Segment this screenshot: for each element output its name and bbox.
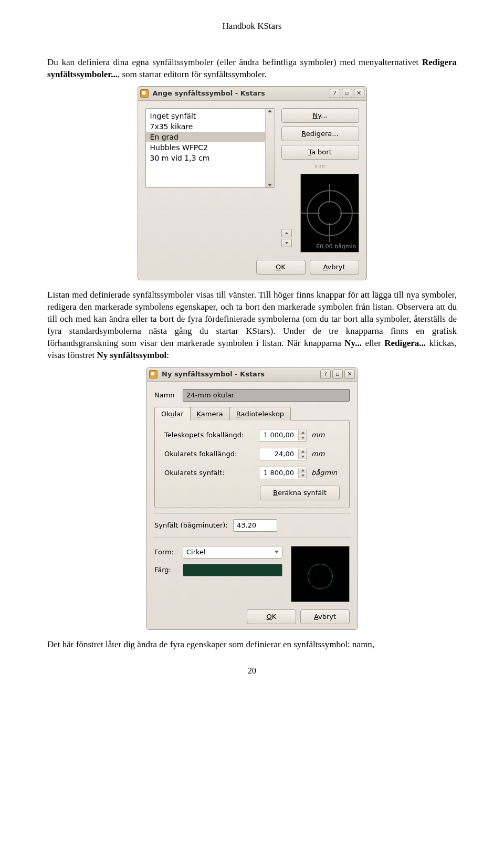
tab-bar: Okular Kamera Radioteleskop: [154, 407, 350, 420]
app-icon: [149, 370, 158, 378]
fov-editor-dialog: Ange synfältssymbol - Kstars ? ▫ ✕ Inget…: [138, 86, 367, 280]
scroll-down-icon[interactable]: [268, 184, 272, 186]
color-label: Färg:: [154, 566, 183, 574]
page-number: 20: [47, 666, 457, 676]
para2-bold-1: Ny...: [344, 338, 362, 348]
edit-button[interactable]: Redigera...: [281, 127, 359, 141]
intro-text-1: Du kan definiera dina egna synfältssymbo…: [47, 57, 422, 67]
outro-paragraph: Det här fönstret låter dig ändra de fyra…: [47, 639, 457, 651]
shape-value: Cirkel: [186, 548, 206, 556]
list-item[interactable]: 30 m vid 1,3 cm: [146, 153, 265, 163]
ocular-fov-value: 1 800,00: [259, 469, 298, 477]
help-button[interactable]: ?: [330, 89, 340, 98]
cancel-button[interactable]: Avbryt: [300, 609, 350, 624]
window-title: Ange synfältssymbol - Kstars: [151, 89, 328, 97]
shape-combo[interactable]: Cirkel: [183, 546, 282, 559]
intro-text-2: , som startar editorn för synfältssymbol…: [118, 69, 267, 79]
name-label: Namn: [154, 391, 183, 399]
ocular-focal-value: 24,00: [259, 450, 298, 458]
unit-mm: mm: [311, 431, 324, 439]
para2-bold-3: Ny synfältssymbol: [97, 350, 166, 360]
list-item[interactable]: Inget synfält: [146, 111, 265, 121]
delete-button[interactable]: Ta bort: [281, 145, 359, 160]
telescope-focal-label: Teleskopets fokallängd:: [164, 431, 259, 439]
titlebar[interactable]: Ange synfältssymbol - Kstars ? ▫ ✕: [138, 87, 366, 101]
help-button[interactable]: ?: [320, 370, 331, 379]
page-header: Handbok KStars: [47, 21, 457, 31]
tab-kamera[interactable]: Kamera: [190, 407, 230, 420]
preview-label: 60,00 bågmin: [316, 243, 356, 250]
para2-bold-2: Redigera...: [384, 338, 426, 348]
telescope-focal-value: 1 000,00: [259, 431, 298, 439]
ocular-fov-label: Okularets synfält:: [164, 469, 259, 477]
circle-icon: [308, 564, 333, 589]
spinner-down[interactable]: [281, 239, 292, 247]
maximize-button[interactable]: ▫: [342, 89, 352, 98]
list-item[interactable]: 7x35 kikare: [146, 121, 265, 132]
app-icon: [140, 89, 149, 98]
color-swatch[interactable]: [183, 564, 282, 576]
close-button[interactable]: ✕: [354, 89, 364, 98]
scroll-up-icon[interactable]: [268, 110, 272, 112]
titlebar[interactable]: Ny synfältssymbol - Kstars ? ▫ ✕: [147, 367, 357, 382]
ok-button[interactable]: OK: [247, 609, 296, 624]
shape-preview: [291, 546, 350, 602]
separator: [153, 513, 351, 514]
ok-button[interactable]: OK: [256, 260, 306, 275]
tab-radioteleskop[interactable]: Radioteleskop: [229, 407, 291, 420]
scrollbar[interactable]: [265, 109, 275, 187]
fov-arcmin-input[interactable]: 43.20: [233, 519, 277, 532]
form-label: Form:: [154, 548, 183, 556]
calculate-button[interactable]: Beräkna synfält: [260, 486, 340, 500]
tab-panel-okular: Teleskopets fokallängd: 1 000,00 mm Okul…: [154, 420, 350, 508]
unit-arcmin: bågmin: [311, 469, 337, 477]
list-item-selected[interactable]: En grad: [146, 132, 265, 142]
chevron-down-icon: [275, 551, 279, 553]
para2-text-4: :: [166, 350, 169, 360]
unit-mm: mm: [311, 450, 324, 458]
separator: [153, 537, 351, 538]
symbol-list[interactable]: Inget synfält 7x35 kikare En grad Hubble…: [145, 108, 275, 188]
new-fov-dialog: Ny synfältssymbol - Kstars ? ▫ ✕ Namn 24…: [146, 367, 358, 630]
close-button[interactable]: ✕: [344, 370, 355, 379]
ocular-focal-label: Okularets fokallängd:: [164, 450, 259, 458]
spinner-up[interactable]: [281, 229, 292, 237]
telescope-focal-input[interactable]: 1 000,00: [259, 429, 307, 441]
maximize-button[interactable]: ▫: [332, 370, 343, 379]
tab-okular[interactable]: Okular: [154, 407, 191, 420]
name-input[interactable]: 24-mm okular: [183, 389, 350, 402]
intro-paragraph: Du kan definiera dina egna synfältssymbo…: [47, 57, 457, 81]
ocular-focal-input[interactable]: 24,00: [259, 448, 307, 460]
fov-arcmin-label: Synfält (bågminuter):: [154, 521, 233, 529]
ocular-fov-input[interactable]: 1 800,00: [259, 467, 307, 479]
window-title: Ny synfältssymbol - Kstars: [160, 370, 319, 378]
grip-icon: ⠿⠿⠿: [281, 165, 359, 169]
list-item[interactable]: Hubbles WFPC2: [146, 142, 265, 153]
para2-text-2: eller: [362, 338, 384, 348]
explanation-paragraph: Listan med definierade synfältssymboler …: [47, 289, 457, 362]
cancel-button[interactable]: Avbryt: [310, 260, 359, 275]
new-button[interactable]: Ny...: [281, 108, 359, 123]
symbol-preview: 60,00 bågmin: [300, 174, 359, 252]
